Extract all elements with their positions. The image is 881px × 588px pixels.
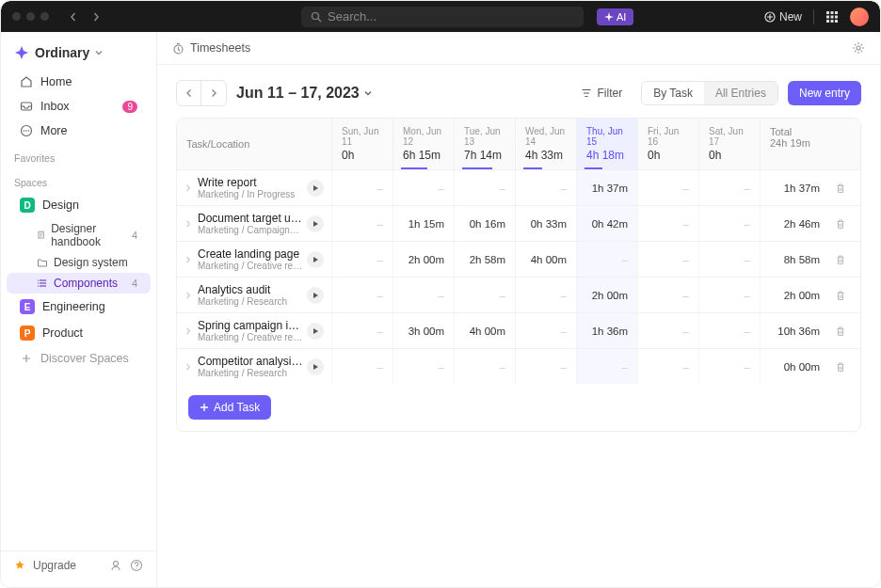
time-cell[interactable]: – bbox=[576, 242, 637, 277]
expand-toggle[interactable] bbox=[184, 220, 194, 228]
th-day-3[interactable]: Wed, Jun 144h 33m bbox=[515, 119, 576, 169]
by-task-tab[interactable]: By Task bbox=[642, 82, 704, 104]
th-day-1[interactable]: Mon, Jun 126h 15m bbox=[392, 119, 454, 169]
time-cell[interactable]: – bbox=[698, 242, 760, 277]
new-button[interactable]: New bbox=[764, 10, 802, 24]
play-button[interactable] bbox=[307, 180, 324, 197]
trash-icon[interactable] bbox=[835, 183, 846, 194]
time-cell[interactable]: – bbox=[454, 170, 515, 205]
time-cell[interactable]: 0h 42m bbox=[576, 206, 637, 241]
time-cell[interactable]: – bbox=[698, 313, 760, 348]
time-cell[interactable]: 2h 00m bbox=[392, 242, 454, 277]
th-day-4[interactable]: Thu, Jun 154h 18m bbox=[576, 119, 637, 169]
time-cell[interactable]: – bbox=[392, 170, 454, 205]
nav-forward[interactable] bbox=[87, 8, 105, 26]
space-sub-components[interactable]: Components 4 bbox=[7, 273, 151, 294]
th-day-0[interactable]: Sun, Jun 110h bbox=[331, 119, 392, 169]
time-cell[interactable]: – bbox=[515, 349, 576, 384]
apps-icon[interactable] bbox=[825, 10, 839, 24]
task-name[interactable]: Create landing page bbox=[198, 247, 303, 261]
time-cell[interactable]: – bbox=[392, 349, 454, 384]
time-cell[interactable]: 1h 36m bbox=[576, 313, 637, 348]
time-cell[interactable]: – bbox=[331, 278, 392, 312]
time-cell[interactable]: 1h 15m bbox=[392, 206, 454, 241]
expand-toggle[interactable] bbox=[184, 184, 194, 192]
time-cell[interactable]: – bbox=[454, 349, 515, 384]
time-cell[interactable]: – bbox=[331, 206, 392, 241]
play-button[interactable] bbox=[307, 358, 324, 375]
time-cell[interactable]: – bbox=[576, 349, 637, 384]
date-range[interactable]: Jun 11 – 17, 2023 bbox=[236, 85, 373, 102]
time-cell[interactable]: – bbox=[698, 349, 760, 384]
sidebar-item-home[interactable]: Home bbox=[7, 71, 151, 93]
time-cell[interactable]: – bbox=[637, 206, 698, 241]
invite-icon[interactable] bbox=[109, 559, 122, 572]
time-cell[interactable]: – bbox=[698, 206, 760, 241]
task-name[interactable]: Competitor analysis doc bbox=[198, 355, 303, 368]
time-cell[interactable]: – bbox=[515, 170, 576, 205]
play-button[interactable] bbox=[307, 251, 324, 268]
play-button[interactable] bbox=[307, 287, 324, 304]
task-name[interactable]: Analytics audit bbox=[198, 283, 303, 296]
th-day-2[interactable]: Tue, Jun 137h 14m bbox=[454, 119, 515, 169]
time-cell[interactable]: – bbox=[637, 242, 698, 277]
trash-icon[interactable] bbox=[835, 218, 846, 230]
time-cell[interactable]: – bbox=[637, 278, 698, 312]
workspace-switcher[interactable]: Ordinary bbox=[1, 40, 156, 70]
add-task-button[interactable]: Add Task bbox=[188, 395, 271, 420]
time-cell[interactable]: 4h 00m bbox=[454, 313, 515, 348]
time-cell[interactable]: – bbox=[331, 242, 392, 277]
expand-toggle[interactable] bbox=[184, 292, 194, 299]
upgrade-button[interactable]: Upgrade bbox=[33, 559, 76, 572]
new-entry-button[interactable]: New entry bbox=[788, 81, 861, 105]
trash-icon[interactable] bbox=[835, 290, 846, 301]
time-cell[interactable]: – bbox=[698, 170, 760, 205]
close-window[interactable] bbox=[12, 12, 21, 21]
nav-back[interactable] bbox=[64, 8, 83, 26]
th-day-5[interactable]: Fri, Jun 160h bbox=[637, 119, 698, 169]
time-cell[interactable]: 1h 37m bbox=[576, 170, 637, 205]
task-name[interactable]: Spring campaign imag... bbox=[198, 319, 303, 332]
time-cell[interactable]: 0h 16m bbox=[454, 206, 515, 241]
expand-toggle[interactable] bbox=[184, 363, 194, 371]
time-cell[interactable]: – bbox=[637, 313, 698, 348]
discover-spaces[interactable]: Discover Spaces bbox=[7, 347, 151, 370]
time-cell[interactable]: 2h 58m bbox=[454, 242, 515, 277]
space-engineering[interactable]: E Engineering bbox=[7, 294, 151, 319]
task-name[interactable]: Document target users bbox=[198, 212, 303, 225]
maximize-window[interactable] bbox=[40, 12, 49, 21]
gear-icon[interactable] bbox=[852, 41, 865, 55]
avatar[interactable] bbox=[850, 8, 869, 26]
trash-icon[interactable] bbox=[835, 361, 846, 373]
help-icon[interactable] bbox=[130, 559, 143, 572]
time-cell[interactable]: – bbox=[331, 349, 392, 384]
trash-icon[interactable] bbox=[835, 254, 846, 265]
time-cell[interactable]: – bbox=[515, 278, 576, 312]
time-cell[interactable]: – bbox=[331, 313, 392, 348]
ai-badge[interactable]: AI bbox=[597, 8, 633, 25]
sidebar-item-more[interactable]: More bbox=[7, 119, 151, 142]
time-cell[interactable]: 0h 33m bbox=[515, 206, 576, 241]
space-product[interactable]: P Product bbox=[7, 321, 151, 345]
filter-button[interactable]: Filter bbox=[571, 82, 632, 104]
time-cell[interactable]: – bbox=[515, 313, 576, 348]
time-cell[interactable]: 3h 00m bbox=[392, 313, 454, 348]
th-day-6[interactable]: Sat, Jun 170h bbox=[698, 119, 760, 169]
time-cell[interactable]: – bbox=[637, 349, 698, 384]
play-button[interactable] bbox=[307, 323, 324, 340]
prev-week[interactable] bbox=[177, 81, 201, 105]
space-sub-design-system[interactable]: Design system bbox=[7, 252, 151, 273]
minimize-window[interactable] bbox=[26, 12, 35, 21]
search-input[interactable]: Search... bbox=[301, 7, 584, 27]
trash-icon[interactable] bbox=[835, 326, 846, 337]
expand-toggle[interactable] bbox=[184, 256, 194, 263]
space-design[interactable]: D Design bbox=[7, 193, 151, 217]
space-sub-handbook[interactable]: Designer handbook 4 bbox=[7, 218, 151, 252]
all-entries-tab[interactable]: All Entries bbox=[704, 82, 777, 104]
time-cell[interactable]: – bbox=[392, 278, 454, 312]
play-button[interactable] bbox=[307, 215, 324, 232]
time-cell[interactable]: 4h 00m bbox=[515, 242, 576, 277]
time-cell[interactable]: – bbox=[331, 170, 392, 205]
sidebar-item-inbox[interactable]: Inbox 9 bbox=[7, 95, 151, 118]
expand-toggle[interactable] bbox=[184, 327, 194, 335]
